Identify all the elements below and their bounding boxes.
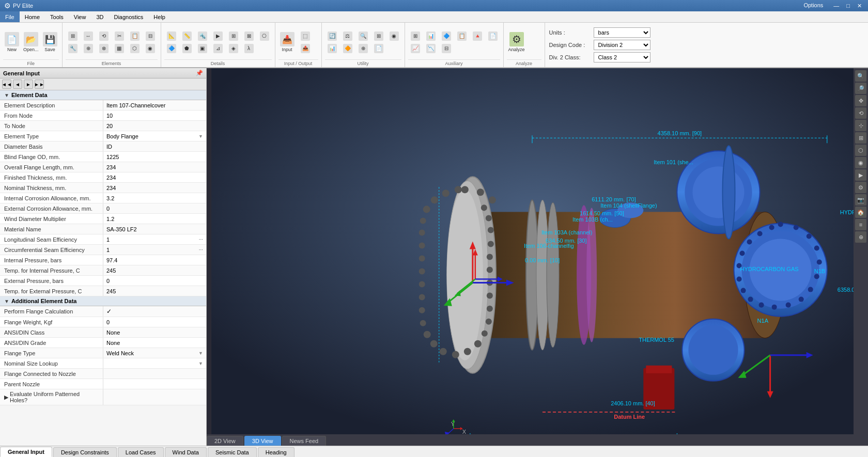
ribbon-aux-btn-7[interactable]: 📈: [408, 43, 423, 54]
ribbon-aux-btn-8[interactable]: 📉: [424, 43, 438, 54]
tab-load-cases[interactable]: Load Cases: [118, 447, 164, 457]
rt-rotate-button[interactable]: ⟲: [855, 107, 866, 119]
value-flange-weight[interactable]: 0: [103, 317, 206, 327]
panel-pin-icon[interactable]: 📌: [196, 70, 203, 76]
close-button[interactable]: ✕: [855, 2, 864, 10]
value-flange-connected[interactable]: [103, 369, 206, 379]
ribbon-elem-btn-2[interactable]: ↔: [81, 30, 96, 42]
value-external-corrosion[interactable]: 0: [103, 203, 206, 213]
rt-menu-button[interactable]: ≡: [855, 219, 866, 230]
value-finished-thickness[interactable]: 234: [103, 172, 206, 182]
rt-zoom-out-button[interactable]: 🔎: [855, 83, 866, 94]
rt-fit-button[interactable]: ⊞: [855, 132, 866, 144]
ribbon-util-btn-8[interactable]: ⊕: [356, 43, 370, 54]
evaluate-holes-expand-icon[interactable]: ▶: [4, 394, 8, 401]
tab-3d-view[interactable]: 3D View: [244, 436, 281, 446]
rt-add-button[interactable]: ⊕: [855, 231, 866, 243]
section-element-data[interactable]: ▼ Element Data: [0, 90, 206, 100]
ribbon-detail-btn-2[interactable]: 📏: [180, 30, 194, 42]
ribbon-util-btn-3[interactable]: 🔍: [356, 30, 370, 42]
value-ansi-class[interactable]: None: [103, 327, 206, 337]
ribbon-elem-btn-4[interactable]: ✂: [112, 30, 127, 42]
rt-render-button[interactable]: ▶: [855, 169, 866, 181]
value-from-node[interactable]: 10: [103, 111, 206, 120]
value-circumferential-seam[interactable]: 1 ···: [103, 245, 206, 255]
ribbon-util-btn-6[interactable]: 📊: [325, 43, 339, 54]
ribbon-input-btn[interactable]: 📥 Input: [278, 31, 296, 53]
ribbon-detail-btn-10[interactable]: ▣: [195, 43, 210, 54]
rt-shade-button[interactable]: ◉: [855, 157, 866, 168]
viewport[interactable]: 4358.10 mm. [90] Item 101 (she... HYDROC…: [207, 68, 868, 446]
value-parent-nozzle[interactable]: [103, 379, 206, 389]
options-label[interactable]: Options: [803, 2, 823, 10]
ribbon-detail-btn-13[interactable]: λ: [242, 43, 256, 54]
ribbon-elem-btn-7[interactable]: 🔧: [66, 43, 80, 54]
ribbon-detail-btn-11[interactable]: ⊿: [211, 43, 225, 54]
rt-home-button[interactable]: 🏠: [855, 207, 866, 218]
circumferential-seam-dots[interactable]: ···: [199, 247, 203, 253]
ribbon-util-btn-9[interactable]: 📄: [371, 43, 386, 54]
value-wind-diameter[interactable]: 1.2: [103, 214, 206, 224]
rt-pan-button[interactable]: ✥: [855, 95, 866, 106]
value-element-description[interactable]: Item 107-Channelcover: [103, 100, 206, 110]
ribbon-io-btn-1[interactable]: ⬚: [298, 30, 313, 42]
ribbon-detail-btn-5[interactable]: ⊞: [226, 30, 241, 42]
value-overall-flange-length[interactable]: 234: [103, 162, 206, 172]
rt-zoom-in-button[interactable]: 🔍: [855, 70, 866, 82]
tab-wind-data[interactable]: Wind Data: [165, 447, 207, 457]
menu-tools[interactable]: Tools: [45, 11, 69, 22]
value-flange-type[interactable]: Weld Neck ▼: [103, 348, 206, 358]
value-blind-flange-od[interactable]: 1225: [103, 152, 206, 162]
ribbon-util-btn-4[interactable]: ⊞: [371, 30, 386, 42]
design-code-select[interactable]: Division 2 Division 1: [594, 40, 650, 50]
maximize-button[interactable]: □: [844, 2, 852, 10]
nav-first-button[interactable]: ◄◄: [2, 80, 11, 89]
ribbon-detail-btn-9[interactable]: ⬟: [180, 43, 194, 54]
ribbon-elem-btn-3[interactable]: ⟲: [97, 30, 111, 42]
nav-next-button[interactable]: ►: [24, 80, 33, 89]
value-nominal-size[interactable]: ▼: [103, 358, 206, 368]
minimize-button[interactable]: —: [831, 2, 841, 10]
ribbon-elem-btn-8[interactable]: ⊕: [81, 43, 96, 54]
ribbon-io-btn-2[interactable]: 📤: [298, 43, 313, 54]
ribbon-util-btn-2[interactable]: ⚖: [340, 30, 355, 42]
value-ansi-grade[interactable]: None: [103, 338, 206, 348]
tab-heading[interactable]: Heading: [258, 447, 295, 457]
ribbon-elem-btn-10[interactable]: ▦: [112, 43, 127, 54]
ribbon-aux-btn-4[interactable]: 📋: [455, 30, 469, 42]
ribbon-detail-btn-8[interactable]: 🔷: [164, 43, 179, 54]
rt-settings-button[interactable]: ⚙: [855, 182, 866, 193]
value-longitudinal-seam[interactable]: 1 ···: [103, 234, 206, 244]
menu-file[interactable]: File: [0, 11, 20, 22]
ribbon-detail-btn-1[interactable]: 📐: [164, 30, 179, 42]
value-temp-internal[interactable]: 245: [103, 265, 206, 275]
ribbon-aux-btn-1[interactable]: ⊞: [408, 30, 423, 42]
ribbon-elem-btn-12[interactable]: ◉: [143, 43, 158, 54]
section-additional-data[interactable]: ▼ Additional Element Data: [0, 296, 206, 306]
ribbon-new-button[interactable]: 📄 New: [3, 31, 21, 53]
ribbon-elem-btn-6[interactable]: ⊟: [143, 30, 158, 42]
ribbon-aux-btn-2[interactable]: 📊: [424, 30, 438, 42]
ribbon-aux-btn-9[interactable]: ⊟: [439, 43, 454, 54]
ribbon-detail-btn-4[interactable]: ▶: [211, 30, 225, 42]
longitudinal-seam-dots[interactable]: ···: [199, 237, 203, 242]
value-material-name[interactable]: SA-350 LF2: [103, 224, 206, 234]
menu-3d[interactable]: 3D: [91, 11, 109, 22]
tab-design-constraints[interactable]: Design Constraints: [53, 447, 117, 457]
value-internal-pressure[interactable]: 97.4: [103, 255, 206, 265]
ribbon-detail-btn-3[interactable]: 🔩: [195, 30, 210, 42]
ribbon-detail-btn-12[interactable]: ◈: [226, 43, 241, 54]
tab-2d-view[interactable]: 2D View: [207, 436, 243, 446]
ribbon-save-button[interactable]: 💾 Save: [41, 31, 59, 53]
value-internal-corrosion[interactable]: 3.2: [103, 193, 206, 203]
tab-seismic-data[interactable]: Seismic Data: [208, 447, 257, 457]
ribbon-analyze-btn[interactable]: ⚙ Analyze: [507, 31, 526, 53]
rt-select-button[interactable]: ⊹: [855, 120, 866, 131]
rt-wireframe-button[interactable]: ⬡: [855, 145, 866, 156]
ribbon-detail-btn-7[interactable]: ⎔: [257, 30, 272, 42]
div2-class-select[interactable]: Class 2 Class 1: [594, 52, 650, 62]
units-select[interactable]: bars MPa psi: [594, 27, 650, 38]
menu-help[interactable]: Help: [148, 11, 171, 22]
rt-camera-button[interactable]: 📷: [855, 194, 866, 206]
nav-prev-button[interactable]: ◄: [13, 80, 22, 89]
